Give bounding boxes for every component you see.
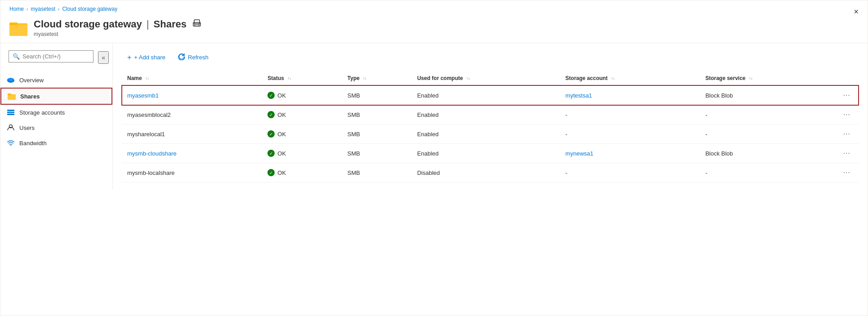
- sidebar: 🔍 « Overview: [0, 43, 113, 190]
- col-type-label: Type: [347, 75, 360, 81]
- breadcrumb-cloud[interactable]: Cloud storage gateway: [62, 6, 117, 12]
- row-ellipsis-button[interactable]: ···: [841, 110, 853, 120]
- refresh-button[interactable]: Refresh: [173, 50, 214, 64]
- svg-point-6: [199, 23, 200, 24]
- breadcrumb-home[interactable]: Home: [9, 6, 24, 12]
- add-share-button[interactable]: + + Add share: [122, 51, 171, 64]
- add-icon: +: [127, 53, 131, 62]
- svg-rect-5: [195, 24, 199, 26]
- search-icon: 🔍: [13, 53, 20, 60]
- col-name[interactable]: Name ↑↓: [122, 71, 262, 85]
- storage-account-link[interactable]: mynewsa1: [565, 150, 593, 157]
- row-ellipsis-button[interactable]: ···: [841, 90, 853, 100]
- svg-rect-13: [8, 93, 11, 95]
- cell-status: ✓ OK: [262, 163, 342, 182]
- search-input[interactable]: [22, 53, 89, 60]
- cell-actions: ···: [835, 125, 859, 144]
- sidebar-item-shares[interactable]: Shares: [0, 88, 112, 105]
- col-storage-account-label: Storage account: [565, 75, 608, 81]
- content-area: + + Add share Refresh: [113, 43, 868, 190]
- col-compute-label: Used for compute: [417, 75, 463, 81]
- collapse-sidebar-button[interactable]: «: [98, 51, 109, 64]
- cell-type: SMB: [342, 85, 412, 105]
- table-body: myasesmb1 ✓ OK SMBEnabledmytestsa1Block …: [122, 85, 859, 182]
- status-ok: ✓ OK: [267, 92, 336, 99]
- cell-status: ✓ OK: [262, 105, 342, 125]
- status-text: OK: [277, 131, 286, 138]
- compute-sort-icon: ↑↓: [466, 77, 470, 80]
- sidebar-storage-accounts-label: Storage accounts: [19, 109, 65, 116]
- table-row[interactable]: myasesmb1 ✓ OK SMBEnabledmytestsa1Block …: [122, 85, 859, 105]
- breadcrumb-sep1: ›: [27, 7, 28, 12]
- share-name-link[interactable]: myasesmb1: [127, 92, 159, 99]
- cell-name: myasesmb1: [122, 85, 262, 105]
- status-sort-icon: ↑↓: [287, 77, 291, 80]
- svg-rect-14: [7, 110, 14, 111]
- sidebar-item-users[interactable]: Users: [0, 120, 112, 135]
- svg-rect-16: [7, 114, 14, 115]
- sidebar-item-overview[interactable]: Overview: [0, 72, 112, 88]
- row-ellipsis-button[interactable]: ···: [841, 129, 853, 139]
- status-check-icon: ✓: [267, 130, 275, 138]
- table-row[interactable]: mysharelocal1 ✓ OK SMBEnabled--···: [122, 125, 859, 144]
- col-storage-account[interactable]: Storage account ↑↓: [560, 71, 700, 85]
- cell-actions: ···: [835, 144, 859, 163]
- wifi-icon: [7, 139, 15, 147]
- cell-name: mysmb-localshare: [122, 163, 262, 182]
- refresh-label: Refresh: [188, 54, 209, 61]
- col-status-label: Status: [267, 75, 284, 81]
- cell-name: mysmb-cloudshare: [122, 144, 262, 163]
- table-row[interactable]: mysmb-cloudshare ✓ OK SMBEnabledmynewsa1…: [122, 144, 859, 163]
- table-row[interactable]: myasesmblocal2 ✓ OK SMBEnabled--···: [122, 105, 859, 125]
- cell-name: mysharelocal1: [122, 125, 262, 144]
- cell-type: SMB: [342, 163, 412, 182]
- cell-storage-account: -: [560, 163, 700, 182]
- cell-actions: ···: [835, 163, 859, 182]
- cell-type: SMB: [342, 144, 412, 163]
- cell-storage-account: mytestsa1: [560, 85, 700, 105]
- col-storage-service[interactable]: Storage service ↑↓: [700, 71, 835, 85]
- sidebar-users-label: Users: [19, 125, 35, 131]
- sidebar-item-storage-accounts[interactable]: Storage accounts: [0, 105, 112, 120]
- header-separator: |: [147, 18, 149, 30]
- cell-type: SMB: [342, 105, 412, 125]
- storage-account-link[interactable]: mytestsa1: [565, 92, 592, 99]
- table-header: Name ↑↓ Status ↑↓ Type ↑↓ Used for com: [122, 71, 859, 85]
- cell-name: myasesmblocal2: [122, 105, 262, 125]
- svg-rect-2: [9, 22, 18, 25]
- cell-storage-account: -: [560, 105, 700, 125]
- toolbar: + + Add share Refresh: [122, 50, 859, 64]
- cell-storage-service: -: [700, 125, 835, 144]
- page-container: Home › myasetest › Cloud storage gateway…: [0, 0, 868, 316]
- status-text: OK: [277, 169, 286, 176]
- share-name-link[interactable]: mysmb-cloudshare: [127, 150, 177, 157]
- col-status[interactable]: Status ↑↓: [262, 71, 342, 85]
- type-sort-icon: ↑↓: [363, 77, 366, 80]
- print-button[interactable]: [193, 19, 201, 29]
- status-text: OK: [277, 92, 286, 99]
- search-box[interactable]: 🔍: [9, 50, 93, 62]
- cell-compute: Disabled: [412, 163, 560, 182]
- name-sort-icon: ↑↓: [145, 77, 149, 80]
- sidebar-item-bandwidth[interactable]: Bandwidth: [0, 135, 112, 151]
- table-row[interactable]: mysmb-localshare ✓ OK SMBDisabled--···: [122, 163, 859, 182]
- col-type[interactable]: Type ↑↓: [342, 71, 412, 85]
- header-subtitle: myasetest: [34, 31, 201, 37]
- svg-rect-3: [194, 20, 200, 24]
- col-actions: [835, 71, 859, 85]
- cell-storage-service: -: [700, 163, 835, 182]
- sidebar-overview-label: Overview: [19, 77, 44, 84]
- row-ellipsis-button[interactable]: ···: [841, 148, 853, 158]
- status-ok: ✓ OK: [267, 111, 336, 118]
- row-ellipsis-button[interactable]: ···: [841, 168, 853, 178]
- status-ok: ✓ OK: [267, 150, 336, 157]
- svg-rect-1: [9, 24, 27, 36]
- search-row: 🔍 «: [0, 47, 112, 72]
- refresh-icon: [178, 53, 185, 62]
- status-ok: ✓ OK: [267, 130, 336, 138]
- col-compute[interactable]: Used for compute ↑↓: [412, 71, 560, 85]
- folder-icon: [9, 20, 27, 36]
- storage-account-sort-icon: ↑↓: [611, 77, 614, 80]
- breadcrumb-myasetest[interactable]: myasetest: [31, 6, 55, 12]
- close-button[interactable]: ×: [854, 8, 859, 16]
